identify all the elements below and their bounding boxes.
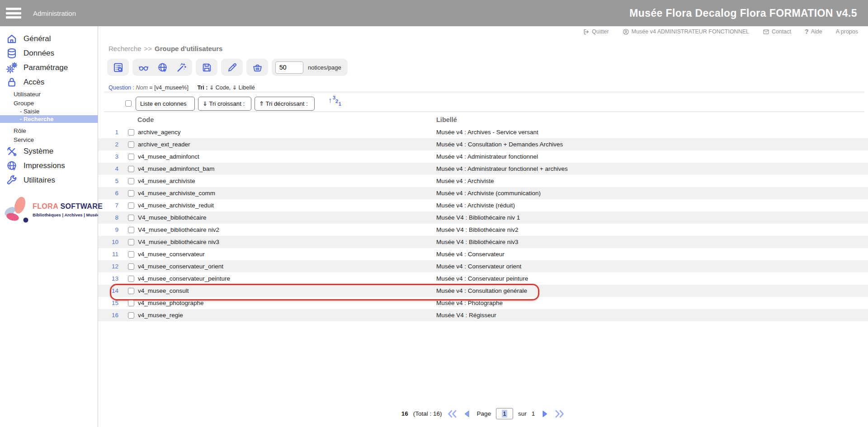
sidebar-item-utilisateur[interactable]: Utilisateur [0, 89, 98, 99]
edit-button[interactable] [225, 60, 239, 75]
page-number-input[interactable] [496, 408, 513, 419]
row-checkbox[interactable] [128, 288, 134, 294]
sidebar-item-label: - Recherche [20, 116, 53, 122]
row-checkbox[interactable] [128, 312, 134, 319]
list-search-icon [113, 62, 124, 73]
basket-button[interactable] [250, 60, 264, 75]
row-code: V4_musee_bibliothécaire niv3 [138, 239, 219, 245]
last-page-button[interactable] [555, 409, 565, 418]
row-label: Musée v4 : Archiviste (réduit) [436, 202, 515, 209]
row-code: V4_musee_bibliothécaire niv2 [138, 226, 219, 233]
sidebar-item-recherche[interactable]: - Recherche [0, 115, 98, 123]
table-row[interactable]: 4 v4_musee_adminfonct_bam Musée v4 : Adm… [98, 163, 868, 175]
table-row[interactable]: 6 v4_musee_archiviste_comm Musée v4 : Ar… [98, 187, 868, 199]
magic-wand-button[interactable] [174, 60, 189, 75]
table-row[interactable]: 3 v4_musee_adminfonct Musée v4 : Adminis… [98, 150, 868, 163]
row-label: Musée v4 : Conservateur [436, 251, 505, 258]
current-user[interactable]: Musée v4 ADMINISTRATEUR FONCTIONNEL [623, 28, 749, 35]
table-row[interactable]: 10 V4_musee_bibliothécaire niv3 Musée V4… [98, 236, 868, 248]
column-header-libelle: Libellé [436, 116, 457, 123]
sort-ascending-select[interactable]: ⇓ Tri croissant : [198, 97, 251, 111]
sidebar-item-general[interactable]: Général [0, 32, 98, 46]
sidebar-item-role[interactable]: Rôle [0, 126, 98, 135]
table-row[interactable]: 1 archive_agency Musée v4 : Archives - S… [98, 126, 868, 138]
table-row[interactable]: 14 v4_musee_consult Musée v4 : Consultat… [98, 285, 868, 297]
row-checkbox[interactable] [128, 215, 134, 221]
breadcrumb-section: Recherche [108, 45, 142, 52]
sidebar-item-label: Accès [24, 78, 44, 87]
sidebar-item-systeme[interactable]: Système [0, 144, 98, 159]
sidebar-item-utilitaires[interactable]: Utilitaires [0, 173, 98, 188]
row-code: v4_musee_adminfonct_bam [138, 165, 215, 172]
row-label: Musée V4 : Bibliothécaire niv2 [436, 226, 519, 233]
module-title: Administration [33, 0, 76, 26]
sidebar-item-parametrage[interactable]: Paramétrage [0, 61, 98, 75]
table-row[interactable]: 7 v4_musee_archiviste_reduit Musée v4 : … [98, 199, 868, 211]
row-checkbox[interactable] [128, 202, 134, 209]
table-row[interactable]: 16 v4_musee_regie Musée V4 : Régisseur [98, 309, 868, 321]
table-row[interactable]: 2 archive_ext_reader Musée v4 : Consulta… [98, 138, 868, 150]
result-count: 16 [401, 410, 408, 417]
application-window: Administration Musée Flora Decalog Flora… [0, 0, 868, 427]
contact-link[interactable]: Contact [763, 28, 791, 35]
top-bar: Administration Musée Flora Decalog Flora… [0, 0, 868, 26]
row-checkbox[interactable] [128, 154, 134, 160]
select-all-checkbox[interactable] [125, 100, 132, 107]
sidebar-item-label: Groupe [14, 100, 34, 107]
row-checkbox[interactable] [128, 129, 134, 136]
row-checkbox[interactable] [128, 251, 134, 258]
sidebar-item-label: Impressions [24, 161, 65, 170]
row-checkbox[interactable] [128, 239, 134, 245]
row-checkbox[interactable] [128, 227, 134, 233]
aide-link[interactable]: Aide [805, 28, 822, 35]
glasses-button[interactable] [136, 60, 151, 75]
sidebar-item-groupe[interactable]: Groupe [0, 99, 98, 108]
row-checkbox[interactable] [128, 141, 134, 148]
sort-321-icon[interactable] [328, 96, 342, 109]
triangle-right-icon [540, 409, 550, 418]
result-total: (Total : 16) [413, 410, 442, 417]
row-checkbox[interactable] [128, 300, 134, 306]
row-number: 4 [98, 165, 118, 172]
previous-page-button[interactable] [462, 409, 472, 418]
table-row[interactable]: 12 v4_musee_conservateur_orient Musée v4… [98, 260, 868, 272]
row-checkbox[interactable] [128, 178, 134, 184]
row-checkbox[interactable] [128, 276, 134, 282]
notices-per-page-input[interactable] [275, 61, 303, 74]
sidebar-item-label: Utilitaires [24, 176, 55, 185]
globe-button[interactable] [155, 60, 170, 75]
row-checkbox[interactable] [128, 190, 134, 197]
row-number: 11 [98, 251, 118, 258]
sort-descending-select[interactable]: ⇑ Tri décroissant : [255, 97, 315, 111]
sidebar-item-impressions[interactable]: Impressions [0, 159, 98, 173]
list-search-button[interactable] [111, 60, 125, 75]
row-number: 10 [98, 239, 118, 245]
table-row[interactable]: 9 V4_musee_bibliothécaire niv2 Musée V4 … [98, 224, 868, 236]
sidebar-item-acces[interactable]: Accès [0, 75, 98, 89]
row-code: v4_musee_conservateur_orient [138, 263, 223, 270]
sidebar-item-donnees[interactable]: Données [0, 46, 98, 61]
save-button[interactable] [199, 60, 214, 75]
quitter-link[interactable]: Quitter [583, 28, 609, 35]
table-row[interactable]: 15 v4_musee_photographe Musée v4 : Photo… [98, 297, 868, 309]
table-row[interactable]: 8 V4_musee_bibliothécaire Musée V4 : Bib… [98, 211, 868, 224]
row-checkbox[interactable] [128, 263, 134, 270]
question-field: Nom [136, 84, 147, 91]
row-number: 6 [98, 190, 118, 197]
display-mode-select[interactable]: Liste en colonnes [136, 97, 195, 111]
table-row[interactable]: 11 v4_musee_conservateur Musée v4 : Cons… [98, 248, 868, 260]
page-title: Groupe d'utilisateurs [155, 45, 222, 52]
sidebar-item-saisie[interactable]: - Saisie [0, 108, 98, 115]
divider [104, 112, 864, 112]
sidebar: GénéralDonnéesParamétrageAccèsUtilisateu… [0, 26, 98, 427]
apropos-link[interactable]: A propos [836, 28, 858, 35]
table-row[interactable]: 5 v4_musee_archiviste Musée v4 : Archivi… [98, 175, 868, 187]
sidebar-item-service[interactable]: Service [0, 135, 98, 144]
next-page-button[interactable] [540, 409, 550, 418]
row-checkbox[interactable] [128, 166, 134, 172]
hamburger-menu-icon[interactable] [6, 8, 21, 19]
table-row[interactable]: 13 v4_musee_conservateur_peinture Musée … [98, 272, 868, 285]
row-label: Musée v4 : Archives - Service versant [436, 129, 538, 136]
row-label: Musée v4 : Conservateur orient [436, 263, 521, 270]
first-page-button[interactable] [447, 409, 457, 418]
